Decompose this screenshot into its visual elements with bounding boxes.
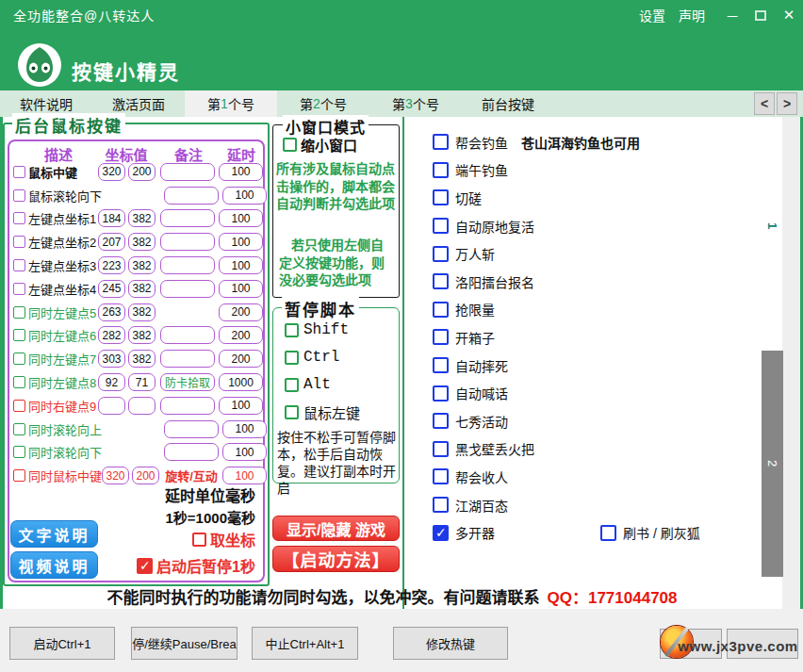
page-2-tab[interactable]: 2 <box>762 351 783 577</box>
coord-x-input[interactable] <box>98 256 125 274</box>
video-help-button[interactable]: 视频说明 <box>10 551 98 579</box>
delay-input[interactable] <box>219 373 263 391</box>
tab-scroll-left-icon[interactable]: < <box>754 92 775 115</box>
coord-y-input[interactable] <box>128 233 156 251</box>
settings-menu[interactable]: 设置 <box>639 6 665 25</box>
pause-after-start-checkbox[interactable] <box>137 558 153 574</box>
delay-input[interactable] <box>222 443 267 461</box>
tab-4[interactable]: 第2个号 <box>277 90 369 117</box>
coord-x-input[interactable] <box>98 303 125 321</box>
modify-hotkey-button[interactable]: 修改热键 <box>393 627 508 660</box>
note-input[interactable] <box>160 280 215 298</box>
row-checkbox[interactable] <box>13 329 25 341</box>
feature-checkbox[interactable] <box>433 441 449 457</box>
delay-input[interactable] <box>219 397 263 415</box>
coord-y-input[interactable] <box>128 350 156 368</box>
feature-checkbox[interactable] <box>433 497 449 513</box>
coord-x-input[interactable] <box>102 467 129 484</box>
coord-y-input[interactable] <box>128 373 156 391</box>
delay-input[interactable] <box>222 420 267 438</box>
note-input[interactable] <box>160 397 215 415</box>
feature-side-checkbox[interactable] <box>600 525 616 541</box>
delay-input[interactable] <box>222 187 267 205</box>
row-checkbox[interactable] <box>13 306 25 319</box>
feature-checkbox[interactable] <box>433 357 449 373</box>
delay-input[interactable] <box>219 233 263 251</box>
feature-checkbox[interactable] <box>433 162 449 178</box>
delay-input[interactable] <box>219 326 263 344</box>
feature-checkbox[interactable] <box>433 246 449 262</box>
pause-alt-checkbox[interactable] <box>285 378 299 392</box>
coord-x-input[interactable] <box>98 280 125 298</box>
coord-y-input[interactable] <box>128 280 156 298</box>
feature-checkbox[interactable] <box>433 468 449 484</box>
note-input[interactable] <box>160 373 215 391</box>
shrink-window-checkbox[interactable] <box>283 138 297 152</box>
delay-input[interactable] <box>219 256 263 274</box>
note-input[interactable] <box>164 443 219 461</box>
feature-checkbox[interactable] <box>433 525 449 541</box>
maximize-icon[interactable] <box>746 3 775 27</box>
coord-x-input[interactable] <box>98 209 125 227</box>
coord-y-input[interactable] <box>128 326 156 344</box>
feature-checkbox[interactable] <box>433 329 449 345</box>
feature-checkbox[interactable] <box>433 385 449 402</box>
start-method-button[interactable]: 【启动方法】 <box>272 546 400 572</box>
note-input[interactable] <box>164 187 219 205</box>
abort-hotkey-button[interactable]: 中止Ctrl+Alt+1 <box>252 627 358 660</box>
coord-x-input[interactable] <box>98 397 125 415</box>
coord-x-input[interactable] <box>98 163 125 181</box>
delay-input[interactable] <box>219 303 263 321</box>
row-checkbox[interactable] <box>13 259 25 271</box>
tab-scroll-right-icon[interactable]: > <box>777 92 797 115</box>
row-checkbox[interactable] <box>13 446 25 458</box>
feature-checkbox[interactable] <box>433 302 449 318</box>
row-checkbox[interactable] <box>13 283 25 295</box>
row-checkbox[interactable] <box>13 352 25 365</box>
pause-shift-checkbox[interactable] <box>285 323 299 337</box>
pause-resume-hotkey-button[interactable]: 停/继续Pause/Brea <box>131 627 238 660</box>
delay-input[interactable] <box>219 350 263 368</box>
delay-input[interactable] <box>219 209 263 227</box>
note-input[interactable] <box>164 420 219 438</box>
row-checkbox[interactable] <box>13 400 25 412</box>
note-input[interactable] <box>160 350 215 368</box>
tab-5[interactable]: 第3个号 <box>369 90 462 117</box>
feature-checkbox[interactable] <box>433 273 449 289</box>
coord-x-input[interactable] <box>98 350 125 368</box>
tab-6[interactable]: 前台按键 <box>462 90 554 117</box>
row-checkbox[interactable] <box>13 469 25 482</box>
coord-x-input[interactable] <box>98 373 125 391</box>
coord-y-input[interactable] <box>128 256 156 274</box>
row-checkbox[interactable] <box>13 423 25 435</box>
pause-leftmouse-checkbox[interactable] <box>285 405 299 419</box>
note-input[interactable] <box>160 209 215 227</box>
text-help-button[interactable]: 文字说明 <box>10 520 98 548</box>
row-checkbox[interactable] <box>13 189 25 202</box>
note-input[interactable] <box>160 256 215 274</box>
delay-input[interactable] <box>219 280 263 298</box>
close-icon[interactable]: ✕ <box>775 3 803 27</box>
coord-x-input[interactable] <box>98 326 125 344</box>
coord-y-input[interactable] <box>128 303 156 321</box>
minimize-icon[interactable]: ─ <box>718 3 746 27</box>
row-checkbox[interactable] <box>13 376 25 388</box>
show-hide-game-button[interactable]: 显示/隐藏 游戏 <box>272 516 400 541</box>
coord-y-input[interactable] <box>128 397 156 415</box>
note-input[interactable] <box>160 326 215 344</box>
page-1-tab[interactable]: 1 <box>765 222 779 229</box>
delay-input[interactable] <box>222 467 267 484</box>
pause-ctrl-checkbox[interactable] <box>285 351 299 365</box>
feature-checkbox[interactable] <box>433 218 449 234</box>
coord-y-input[interactable] <box>128 209 156 227</box>
note-input[interactable] <box>160 233 215 251</box>
row-checkbox[interactable] <box>13 212 25 224</box>
coord-y-input[interactable] <box>132 467 159 484</box>
tab-3[interactable]: 第1个号 <box>185 90 277 117</box>
feature-checkbox[interactable] <box>433 134 449 150</box>
start-hotkey-button[interactable]: 启动Ctrl+1 <box>9 627 115 660</box>
row-checkbox[interactable] <box>13 166 25 178</box>
coord-y-input[interactable] <box>128 163 156 181</box>
coord-x-input[interactable] <box>98 233 125 251</box>
feature-checkbox[interactable] <box>433 189 449 205</box>
